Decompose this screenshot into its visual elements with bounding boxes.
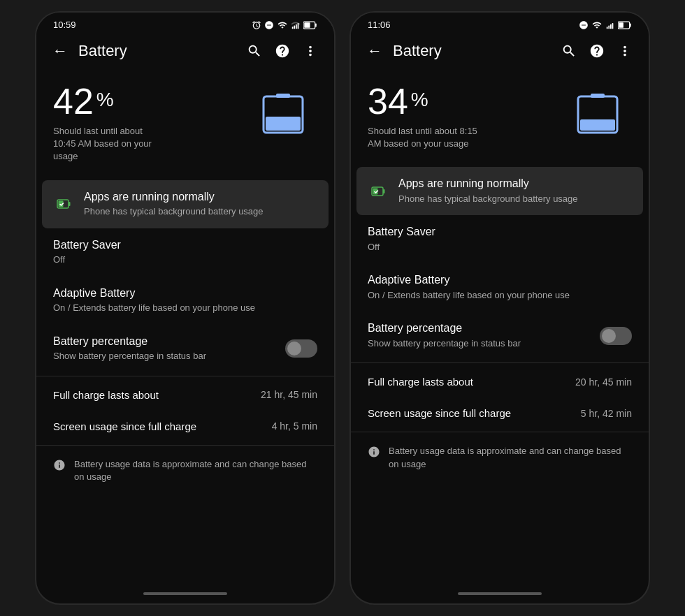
- full-charge-value-right: 20 hr, 45 min: [575, 376, 632, 388]
- full-charge-value-left: 21 hr, 45 min: [261, 389, 317, 400]
- apps-status-content-right: Apps are running normally Phone has typi…: [398, 177, 632, 205]
- footer-note-left: Battery usage data is approximate and ca…: [36, 448, 334, 493]
- help-icon-right: [589, 43, 605, 59]
- apps-status-item-right[interactable]: Apps are running normally Phone has typi…: [356, 167, 643, 215]
- battery-check-icon-left: [53, 193, 75, 215]
- battery-saver-item-left[interactable]: Battery Saver Off: [36, 228, 334, 277]
- svg-rect-14: [607, 27, 608, 29]
- screen-usage-label-right: Screen usage since full charge: [368, 407, 511, 419]
- svg-rect-6: [304, 22, 310, 28]
- dnd-icon: [264, 20, 274, 30]
- menu-section-right: Apps are running normally Phone has typi…: [351, 167, 649, 587]
- toggle-knob-left: [287, 342, 301, 355]
- screen-usage-label-left: Screen usage since full charge: [53, 420, 196, 432]
- adaptive-battery-item-left[interactable]: Adaptive Battery On / Extends battery li…: [36, 277, 334, 325]
- alarm-icon: [252, 20, 261, 30]
- status-time-right: 11:06: [368, 20, 391, 30]
- svg-rect-23: [580, 119, 615, 131]
- footer-note-right: Battery usage data is approximate and ca…: [351, 435, 649, 480]
- battery-text-right: 34 % Should last until about 8:15AM base…: [368, 83, 558, 150]
- apps-status-title-right: Apps are running normally: [398, 177, 632, 191]
- app-bar-right: ← Battery: [351, 33, 649, 69]
- more-button-right[interactable]: [612, 38, 637, 64]
- battery-percentage-content-right: Battery percentage Show battery percenta…: [368, 321, 600, 350]
- battery-status-icon: [303, 21, 317, 29]
- screen-usage-row-left: Screen usage since full charge 4 hr, 5 m…: [36, 411, 334, 442]
- svg-rect-17: [612, 23, 614, 29]
- battery-percentage-item-right[interactable]: Battery percentage Show battery percenta…: [351, 311, 649, 360]
- status-bar-right: 11:06: [351, 13, 649, 33]
- battery-visual-icon-right: [572, 87, 628, 142]
- full-charge-label-right: Full charge lasts about: [368, 376, 473, 388]
- signal-icon-right: [605, 20, 615, 30]
- adaptive-battery-subtitle-left: On / Extends battery life based on your …: [53, 302, 317, 314]
- battery-text-left: 42 % Should last until about10:45 AM bas…: [53, 83, 243, 163]
- battery-saver-item-right[interactable]: Battery Saver Off: [351, 215, 649, 263]
- back-button-left[interactable]: ←: [48, 38, 73, 64]
- more-icon: [303, 43, 318, 59]
- help-button-left[interactable]: [270, 38, 295, 64]
- search-button-right[interactable]: [556, 38, 582, 64]
- svg-rect-9: [266, 117, 301, 131]
- search-button-left[interactable]: [242, 38, 267, 64]
- battery-saver-subtitle-left: Off: [53, 254, 317, 266]
- adaptive-battery-title-left: Adaptive Battery: [53, 286, 317, 301]
- battery-saver-subtitle-right: Off: [368, 241, 632, 254]
- svg-rect-8: [276, 94, 290, 98]
- help-button-right[interactable]: [584, 38, 610, 64]
- screen-usage-row-right: Screen usage since full charge 5 hr, 42 …: [351, 397, 649, 429]
- svg-rect-16: [610, 24, 612, 28]
- battery-percentage-content-left: Battery percentage Show battery percenta…: [53, 335, 285, 363]
- full-charge-row-left: Full charge lasts about 21 hr, 45 min: [36, 379, 334, 411]
- battery-visual-icon: [258, 87, 314, 142]
- battery-saver-content-left: Battery Saver Off: [53, 238, 317, 267]
- app-bar-left: ← Battery: [36, 33, 334, 69]
- full-charge-row-right: Full charge lasts about 20 hr, 45 min: [351, 366, 649, 397]
- battery-percentage-subtitle-left: Show battery percentage in status bar: [53, 350, 285, 362]
- home-indicator-right[interactable]: [458, 592, 542, 595]
- status-time-left: 10:59: [53, 20, 76, 30]
- apps-status-subtitle-right: Phone has typical background battery usa…: [398, 193, 632, 205]
- battery-ok-icon: [56, 196, 73, 212]
- apps-status-content-left: Apps are running normally Phone has typi…: [84, 190, 317, 219]
- home-indicator-left[interactable]: [143, 592, 227, 595]
- svg-rect-20: [619, 22, 623, 28]
- battery-ok-icon-right: [370, 183, 387, 200]
- wifi-icon: [277, 20, 288, 30]
- svg-rect-22: [591, 94, 605, 98]
- info-icon-right: [368, 446, 380, 462]
- screen-usage-value-right: 5 hr, 42 min: [581, 408, 632, 419]
- toggle-knob-right: [602, 329, 616, 343]
- info-icon-left: [53, 459, 66, 475]
- back-button-right[interactable]: ←: [362, 38, 387, 64]
- apps-status-subtitle-left: Phone has typical background battery usa…: [84, 205, 317, 218]
- help-icon: [275, 43, 290, 59]
- info-circle-icon-right: [368, 446, 380, 458]
- battery-percentage-title-right: Battery percentage: [368, 321, 600, 336]
- footer-note-text-right: Battery usage data is approximate and ca…: [389, 445, 632, 470]
- more-icon-right: [617, 43, 633, 59]
- phone-right: 11:06 ←: [349, 11, 650, 605]
- svg-rect-10: [266, 98, 301, 115]
- svg-rect-2: [296, 24, 297, 28]
- more-button-left[interactable]: [298, 38, 323, 64]
- battery-saver-content-right: Battery Saver Off: [368, 225, 632, 254]
- battery-percentage-toggle-right[interactable]: [600, 327, 632, 345]
- status-bar-left: 10:59: [36, 13, 334, 33]
- battery-percentage-toggle-left[interactable]: [285, 339, 317, 358]
- battery-saver-title-left: Battery Saver: [53, 238, 317, 253]
- svg-rect-1: [294, 25, 295, 29]
- wifi-icon-right: [591, 20, 603, 30]
- adaptive-battery-item-right[interactable]: Adaptive Battery On / Extends battery li…: [351, 263, 649, 311]
- battery-percentage-item-left[interactable]: Battery percentage Show battery percenta…: [36, 325, 334, 373]
- battery-saver-title-right: Battery Saver: [368, 225, 632, 240]
- page-title-left: Battery: [78, 42, 236, 60]
- divider-1-left: [36, 376, 334, 376]
- battery-percentage-subtitle-right: Show battery percentage in status bar: [368, 337, 600, 350]
- search-icon: [247, 43, 262, 59]
- battery-icon-right: [569, 83, 632, 146]
- apps-status-item-left[interactable]: Apps are running normally Phone has typi…: [42, 180, 329, 228]
- battery-icon-left: [254, 83, 317, 146]
- battery-percentage-right: 34 %: [368, 83, 558, 119]
- status-icons-left: [252, 20, 317, 30]
